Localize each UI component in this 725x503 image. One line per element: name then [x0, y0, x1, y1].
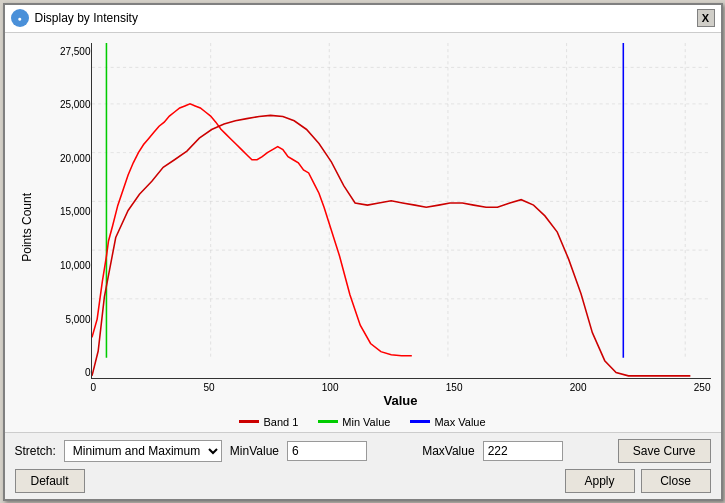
- window-title: Display by Intensity: [35, 11, 138, 25]
- controls-area: Stretch: Minimum and Maximum Standard De…: [5, 432, 721, 499]
- legend-min-label: Min Value: [342, 416, 390, 428]
- save-curve-button[interactable]: Save Curve: [618, 439, 711, 463]
- legend-min-color: [318, 420, 338, 423]
- title-bar-left: ● Display by Intensity: [11, 9, 138, 27]
- close-window-button[interactable]: X: [697, 9, 715, 27]
- legend-max-label: Max Value: [434, 416, 485, 428]
- main-window: ● Display by Intensity X Points Count 27…: [3, 3, 723, 501]
- chart-plot: [91, 43, 711, 379]
- stretch-select[interactable]: Minimum and Maximum Standard Deviations …: [64, 440, 222, 462]
- app-icon: ●: [11, 9, 29, 27]
- x-tick-100: 100: [322, 382, 339, 393]
- legend-band1: Band 1: [239, 416, 298, 428]
- y-tick-5000: 5,000: [39, 315, 91, 325]
- chart-svg-main: [92, 43, 711, 378]
- chart-container: Points Count 27,500 25,000 20,000 15,000…: [15, 43, 711, 412]
- default-button[interactable]: Default: [15, 469, 85, 493]
- legend-min: Min Value: [318, 416, 390, 428]
- controls-row2: Default Apply Close: [15, 469, 711, 493]
- legend-max: Max Value: [410, 416, 485, 428]
- min-value-input[interactable]: [287, 441, 367, 461]
- x-tick-250: 250: [694, 382, 711, 393]
- max-value-input[interactable]: [483, 441, 563, 461]
- controls-row1: Stretch: Minimum and Maximum Standard De…: [15, 439, 711, 463]
- y-tick-25000: 25,000: [39, 100, 91, 110]
- x-tick-200: 200: [570, 382, 587, 393]
- legend-max-color: [410, 420, 430, 423]
- x-tick-150: 150: [446, 382, 463, 393]
- y-tick-15000: 15,000: [39, 207, 91, 217]
- legend-band1-color: [239, 420, 259, 423]
- x-axis-label: Value: [91, 393, 711, 408]
- band1-line: [92, 115, 690, 375]
- y-tick-27000: 27,500: [39, 47, 91, 57]
- y-tick-20000: 20,000: [39, 154, 91, 164]
- legend-band1-label: Band 1: [263, 416, 298, 428]
- y-axis-label: Points Count: [15, 193, 35, 262]
- y-tick-10000: 10,000: [39, 261, 91, 271]
- min-label: MinValue: [230, 444, 279, 458]
- x-tick-0: 0: [91, 382, 97, 393]
- chart-area: Points Count 27,500 25,000 20,000 15,000…: [5, 33, 721, 432]
- title-bar: ● Display by Intensity X: [5, 5, 721, 33]
- close-button[interactable]: Close: [641, 469, 711, 493]
- stretch-label: Stretch:: [15, 444, 56, 458]
- x-tick-50: 50: [203, 382, 214, 393]
- apply-button[interactable]: Apply: [565, 469, 635, 493]
- max-label: MaxValue: [422, 444, 474, 458]
- chart-legend: Band 1 Min Value Max Value: [15, 412, 711, 432]
- y-tick-0: 0: [39, 368, 91, 378]
